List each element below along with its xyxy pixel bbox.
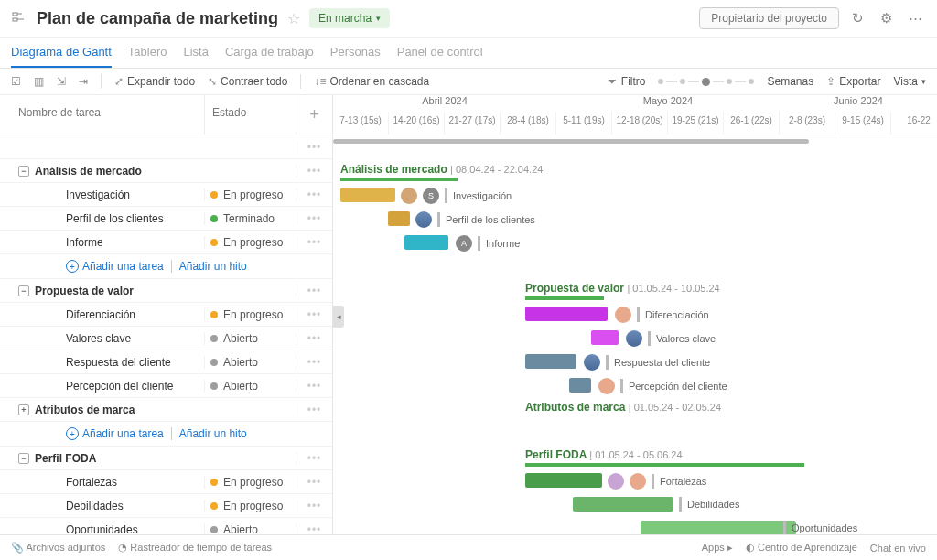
task-row[interactable]: InformeEn progreso•••	[0, 231, 332, 254]
indent-icon[interactable]: ⇥	[79, 75, 88, 88]
zoom-slider[interactable]	[658, 78, 754, 86]
cascade-sort-button[interactable]: ↓≡Ordenar en cascada	[314, 75, 429, 88]
row-menu[interactable]: •••	[296, 188, 332, 201]
task-bar[interactable]	[525, 473, 602, 488]
tab-board[interactable]: Tablero	[128, 38, 167, 68]
blank-row: •••	[0, 135, 332, 159]
learning-center-link[interactable]: ◐ Centro de Aprendizaje	[746, 542, 857, 554]
tab-list[interactable]: Lista	[183, 38, 208, 68]
view-tabs: Diagrama de Gantt Tablero Lista Carga de…	[0, 38, 937, 69]
group-bar[interactable]	[525, 463, 804, 467]
task-row[interactable]: Valores claveAbierto•••	[0, 327, 332, 350]
tab-people[interactable]: Personas	[330, 38, 381, 68]
task-bar[interactable]	[388, 211, 410, 226]
task-row[interactable]: DiferenciaciónEn progreso•••	[0, 303, 332, 327]
row-menu[interactable]: •••	[296, 452, 332, 465]
task-bar[interactable]	[569, 378, 591, 393]
collapse-icon[interactable]: −	[18, 285, 29, 296]
task-row[interactable]: Percepción del clienteAbierto•••	[0, 374, 332, 398]
task-bar[interactable]	[591, 330, 619, 345]
live-chat-link[interactable]: Chat en vivo	[870, 543, 926, 554]
task-bar[interactable]	[525, 307, 608, 321]
add-milestone-button[interactable]: Añadir un hito	[171, 260, 247, 273]
row-menu[interactable]: •••	[296, 212, 332, 225]
task-row[interactable]: FortalezasEn progreso•••	[0, 470, 332, 494]
expand-icon[interactable]: +	[18, 404, 29, 415]
row-menu[interactable]: •••	[296, 380, 332, 393]
group-row[interactable]: −Análisis de mercado•••	[0, 159, 332, 183]
panel-expand-handle[interactable]: ◂	[333, 306, 344, 328]
check-icon[interactable]: ☑	[11, 75, 21, 88]
zoom-label: Semanas	[767, 75, 813, 88]
task-row[interactable]: Perfil de los clientesTerminado•••	[0, 207, 332, 231]
expand-all-button[interactable]: ⤢Expandir todo	[114, 75, 195, 88]
row-menu[interactable]: •••	[296, 476, 332, 489]
group-row[interactable]: −Propuesta de valor•••	[0, 279, 332, 303]
col-header-name: Nombre de tarea	[0, 95, 204, 135]
time-tracker-link[interactable]: ◔ Rastreador de tiempo de tareas	[118, 542, 272, 554]
favorite-icon[interactable]: ☆	[287, 10, 300, 27]
group-bar[interactable]	[525, 296, 604, 300]
export-button[interactable]: ⇪Exportar	[826, 75, 880, 88]
apps-link[interactable]: Apps ▸	[702, 542, 733, 554]
owner-button[interactable]: Propietario del proyecto	[699, 7, 839, 29]
collapse-icon[interactable]: −	[18, 453, 29, 464]
columns-icon[interactable]: ▥	[34, 75, 44, 88]
task-bar[interactable]	[404, 235, 448, 250]
project-icon	[11, 10, 27, 27]
filter-button[interactable]: ⏷Filtro	[607, 75, 646, 88]
svg-rect-1	[13, 18, 17, 21]
task-row[interactable]: DebilidadesEn progreso•••	[0, 494, 332, 518]
tab-gantt[interactable]: Diagrama de Gantt	[11, 38, 112, 68]
row-menu[interactable]: •••	[296, 404, 332, 416]
row-menu[interactable]: •••	[296, 500, 332, 512]
col-header-status: Estado	[204, 95, 296, 135]
week-headers: 7-13 (15s)14-20 (16s)21-27 (17s)28-4 (18…	[333, 112, 937, 135]
project-status[interactable]: En marcha ▾	[309, 8, 390, 28]
task-bar[interactable]	[573, 497, 673, 512]
group-row[interactable]: +Atributos de marca•••	[0, 398, 332, 422]
collapse-icon[interactable]: −	[18, 166, 29, 177]
history-icon[interactable]: ↻	[848, 10, 867, 27]
row-menu[interactable]: •••	[296, 236, 332, 249]
add-task-button[interactable]: +Añadir una tarea	[66, 260, 164, 273]
row-menu[interactable]: •••	[296, 356, 332, 369]
month-label: Abril 2024	[333, 95, 556, 112]
group-row[interactable]: −Perfil FODA•••	[0, 447, 332, 470]
task-bar[interactable]	[340, 188, 395, 202]
tab-workload[interactable]: Carga de trabajo	[225, 38, 314, 68]
add-milestone-button[interactable]: Añadir un hito	[171, 427, 247, 440]
svg-rect-0	[13, 13, 17, 16]
attachments-link[interactable]: 📎 Archivos adjuntos	[11, 542, 105, 554]
task-bar[interactable]	[525, 354, 576, 369]
task-row[interactable]: InvestigaciónEn progreso•••	[0, 183, 332, 207]
row-menu[interactable]: •••	[296, 332, 332, 345]
group-bar[interactable]	[340, 178, 458, 181]
add-column-button[interactable]: +	[296, 95, 332, 135]
collapse-all-button[interactable]: ⤡Contraer todo	[208, 75, 287, 88]
view-menu[interactable]: Vista ▾	[894, 75, 926, 88]
month-label: Junio 2024	[780, 95, 937, 112]
tab-dashboard[interactable]: Panel de control	[397, 38, 483, 68]
task-row[interactable]: Respuesta del clienteAbierto•••	[0, 350, 332, 374]
row-menu[interactable]: •••	[296, 308, 332, 321]
add-task-button[interactable]: +Añadir una tarea	[66, 427, 164, 440]
row-menu[interactable]: •••	[296, 165, 332, 178]
page-title: Plan de campaña de marketing	[37, 9, 278, 28]
month-label: Mayo 2024	[556, 95, 780, 112]
more-icon[interactable]: ⋯	[905, 10, 926, 27]
row-menu[interactable]: •••	[296, 285, 332, 297]
tree-icon[interactable]: ⇲	[57, 75, 66, 88]
task-bar[interactable]	[641, 521, 796, 535]
gear-icon[interactable]: ⚙	[877, 10, 896, 27]
